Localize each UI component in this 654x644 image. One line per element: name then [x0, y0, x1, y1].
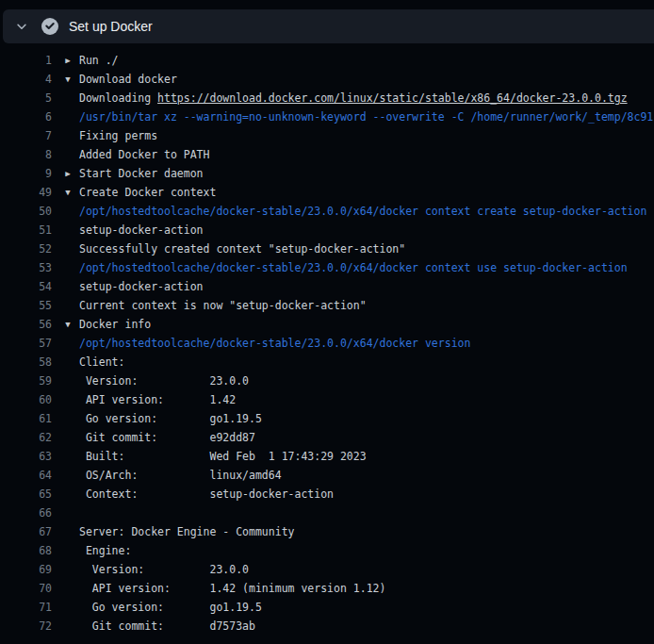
line-text: Successfully created context "setup-dock… [79, 239, 405, 258]
line-number-link[interactable]: 53 [0, 258, 52, 277]
line-number-link[interactable]: 72 [0, 617, 52, 636]
group-label: Create Docker context [79, 186, 216, 199]
log-text: OS/Arch: linux/amd64 [79, 469, 282, 482]
line-number-link[interactable]: 49 [0, 183, 52, 202]
line-number-link[interactable]: 62 [0, 428, 52, 447]
log-url-link[interactable]: https://download.docker.com/linux/static… [157, 91, 628, 105]
line-number-link[interactable]: 68 [0, 541, 52, 560]
line-number-link[interactable]: 61 [0, 409, 52, 428]
log-text: Successfully created context "setup-dock… [79, 242, 405, 256]
line-number-link[interactable]: 4 [0, 70, 52, 89]
log-line: 49 ▼ Create Docker context [0, 183, 654, 202]
group-collapse-triangle-icon[interactable]: ▼ [62, 183, 74, 202]
line-number-link[interactable]: 69 [0, 560, 52, 579]
group-expand-triangle-icon[interactable]: ▶ [62, 51, 74, 70]
line-number-link[interactable]: 6 [0, 107, 52, 126]
log-text: Version: 23.0.0 [79, 374, 249, 388]
group-toggle-icon [62, 202, 74, 221]
line-number-link[interactable]: 51 [0, 221, 52, 239]
line-number-link[interactable]: 65 [0, 485, 52, 504]
log-line: 64 OS/Arch: linux/amd64 [0, 466, 654, 485]
log-line: 59 Version: 23.0.0 [0, 372, 654, 390]
log-text: Go version: go1.19.5 [79, 601, 262, 614]
line-text: Download docker [79, 70, 177, 89]
line-text: Downloading https://download.docker.com/… [79, 89, 628, 107]
workflow-log-panel: Set up Docker 1 ▶ Run ./ 4 ▼ Download do… [0, 0, 654, 644]
line-number-link[interactable]: 52 [0, 239, 52, 258]
log-command-text: /opt/hostedtoolcache/docker-stable/23.0.… [79, 337, 470, 350]
log-text: Fixing perms [79, 129, 157, 142]
line-number-link[interactable]: 1 [0, 51, 52, 70]
line-text: Go version: go1.19.5 [79, 409, 262, 428]
line-number-link[interactable]: 54 [0, 277, 52, 296]
group-toggle-icon [62, 296, 74, 315]
group-toggle-icon [62, 560, 74, 579]
line-number-link[interactable]: 60 [0, 390, 52, 409]
log-text: Git commit: d7573ab [79, 619, 255, 633]
line-text: Run ./ [79, 51, 119, 70]
group-label: Start Docker daemon [79, 167, 204, 180]
group-toggle-icon [62, 598, 74, 617]
log-text: Version: 23.0.0 [79, 563, 249, 576]
line-text: Version: 23.0.0 [79, 560, 249, 579]
line-text: Docker info [79, 315, 151, 334]
chevron-down-icon[interactable] [14, 19, 29, 34]
line-number-link[interactable]: 7 [0, 126, 52, 145]
log-line: 65 Context: setup-docker-action [0, 485, 654, 504]
group-expand-triangle-icon[interactable]: ▶ [62, 164, 74, 183]
line-number-link[interactable]: 55 [0, 296, 52, 315]
log-line: 6 /usr/bin/tar xz --warning=no-unknown-k… [0, 107, 654, 126]
log-command-text: /opt/hostedtoolcache/docker-stable/23.0.… [79, 205, 646, 218]
group-collapse-triangle-icon[interactable]: ▼ [62, 70, 74, 89]
line-number-link[interactable]: 57 [0, 334, 52, 353]
log-command-text: /usr/bin/tar xz --warning=no-unknown-key… [79, 110, 653, 124]
line-text: Engine: [79, 541, 131, 560]
line-text: /opt/hostedtoolcache/docker-stable/23.0.… [79, 334, 470, 353]
group-toggle-icon [62, 466, 74, 485]
step-title: Set up Docker [69, 19, 153, 34]
line-number-link[interactable]: 66 [0, 504, 52, 522]
log-line: 66 [0, 504, 654, 522]
line-number-link[interactable]: 5 [0, 89, 52, 107]
group-toggle-icon [62, 409, 74, 428]
log-line: 55 Current context is now "setup-docker-… [0, 296, 654, 315]
log-text: Current context is now "setup-docker-act… [79, 299, 367, 312]
line-text: Current context is now "setup-docker-act… [79, 296, 367, 315]
line-number-link[interactable]: 56 [0, 315, 52, 334]
line-number-link[interactable]: 8 [0, 145, 52, 164]
group-toggle-icon [62, 541, 74, 560]
line-text: Go version: go1.19.5 [79, 598, 262, 617]
line-text: Version: 23.0.0 [79, 372, 249, 390]
line-number-link[interactable]: 70 [0, 579, 52, 598]
log-text: Built: Wed Feb 1 17:43:29 2023 [79, 450, 367, 463]
log-line: 53 /opt/hostedtoolcache/docker-stable/23… [0, 258, 654, 277]
line-number-link[interactable]: 64 [0, 466, 52, 485]
group-collapse-triangle-icon[interactable]: ▼ [62, 315, 74, 334]
log-line: 50 /opt/hostedtoolcache/docker-stable/23… [0, 202, 654, 221]
log-line: 5 Downloading https://download.docker.co… [0, 89, 654, 107]
log-line: 69 Version: 23.0.0 [0, 560, 654, 579]
line-text: Create Docker context [79, 183, 216, 202]
line-number-link[interactable]: 63 [0, 447, 52, 466]
log-line: 72 Git commit: d7573ab [0, 617, 654, 636]
check-circle-icon [41, 18, 58, 35]
line-number-link[interactable]: 9 [0, 164, 52, 183]
line-number-link[interactable]: 59 [0, 372, 52, 390]
line-number-link[interactable]: 71 [0, 598, 52, 617]
line-number-link[interactable]: 58 [0, 353, 52, 372]
log-text: API version: 1.42 (minimum version 1.12) [79, 582, 385, 595]
log-line: 67 Server: Docker Engine - Community [0, 522, 654, 541]
log-text: Engine: [79, 544, 131, 557]
line-number-link[interactable]: 67 [0, 522, 52, 541]
log-text: API version: 1.42 [79, 393, 236, 406]
step-header[interactable]: Set up Docker [3, 9, 654, 43]
log-text: Context: setup-docker-action [79, 487, 334, 501]
log-line: 4 ▼ Download docker [0, 70, 654, 89]
line-number-link[interactable]: 50 [0, 202, 52, 221]
group-toggle-icon [62, 353, 74, 372]
log-line: 58 Client: [0, 353, 654, 372]
line-text: setup-docker-action [79, 221, 204, 239]
group-label: Docker info [79, 318, 151, 331]
log-line: 1 ▶ Run ./ [0, 51, 654, 70]
line-text: Added Docker to PATH [79, 145, 209, 164]
